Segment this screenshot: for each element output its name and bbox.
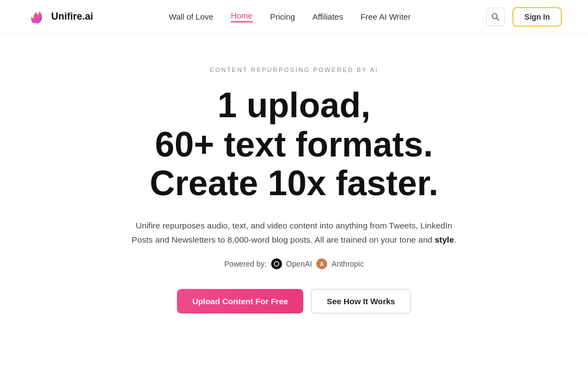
svg-line-2 (497, 17, 499, 20)
hero-title-line1: 1 upload, (218, 86, 371, 125)
how-it-works-button[interactable]: See How It Works (311, 289, 411, 313)
nav-actions: Sign In (486, 7, 562, 27)
brand-name: Unifire.ai (51, 11, 93, 22)
hero-title-line2: 60+ text formats. (155, 125, 433, 164)
anthropic-icon: A (316, 258, 327, 269)
logo-icon (26, 7, 46, 27)
nav-free-ai-writer[interactable]: Free AI Writer (360, 12, 411, 21)
openai-icon (271, 258, 282, 269)
signin-button[interactable]: Sign In (512, 7, 562, 27)
nav-links: Wall of Love Home Pricing Affiliates Fre… (169, 11, 411, 22)
upload-cta-button[interactable]: Upload Content For Free (177, 289, 303, 313)
search-icon (491, 13, 500, 21)
hero-cta-group: Upload Content For Free See How It Works (177, 289, 411, 313)
nav-wall-of-love[interactable]: Wall of Love (169, 12, 213, 21)
nav-home[interactable]: Home (231, 11, 253, 22)
powered-label: Powered by: (224, 260, 267, 268)
brand-logo[interactable]: Unifire.ai (26, 7, 93, 27)
hero-eyebrow: CONTENT REPURPOSING POWERED BY AI (210, 67, 378, 73)
hero-subtitle-text: Unifire repurposes audio, text, and vide… (132, 221, 452, 244)
hero-section: CONTENT REPURPOSING POWERED BY AI 1 uplo… (0, 34, 588, 335)
hero-subtitle-bold: style (434, 235, 454, 244)
navbar: Unifire.ai Wall of Love Home Pricing Aff… (0, 0, 588, 34)
hero-subtitle: Unifire repurposes audio, text, and vide… (125, 219, 463, 246)
nav-pricing[interactable]: Pricing (270, 12, 295, 21)
hero-title-line3: Create 10x faster. (150, 164, 438, 203)
hero-title: 1 upload, 60+ text formats. Create 10x f… (150, 86, 438, 203)
powered-by-bar: Powered by: OpenAI A Anthropic (224, 258, 364, 269)
search-button[interactable] (486, 8, 505, 26)
nav-affiliates[interactable]: Affiliates (313, 12, 343, 21)
openai-label: OpenAI (286, 260, 312, 268)
anthropic-label: Anthropic (332, 260, 364, 268)
